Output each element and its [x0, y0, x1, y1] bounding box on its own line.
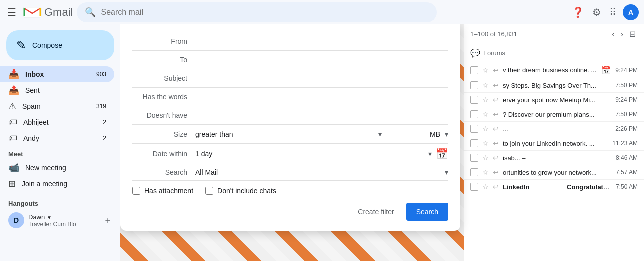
email-checkbox[interactable] [470, 125, 478, 133]
star-icon[interactable]: ☆ [482, 110, 489, 118]
has-attachment-checkbox[interactable] [132, 187, 140, 195]
date-calendar-icon[interactable]: 📅 [436, 148, 448, 160]
email-checkbox[interactable] [470, 168, 478, 176]
email-time: 8:46 AM [616, 154, 638, 161]
has-attachment-text: Has attachment [144, 187, 193, 195]
email-time: 11:23 AM [612, 140, 638, 147]
compose-button[interactable]: ✎ Compose [6, 30, 114, 60]
table-row[interactable]: ☆ ↩ LinkedIn Congratulate Jitendra Vaswa… [464, 180, 644, 194]
has-words-input[interactable] [195, 92, 448, 102]
doesnt-have-input[interactable] [195, 110, 448, 120]
forward-icon: ↩ [493, 154, 499, 162]
star-icon[interactable]: ☆ [482, 183, 489, 191]
join-meeting-item[interactable]: ⊞ Join a meeting [0, 176, 120, 192]
date-within-row: Date within 1 day 3 days 1 week 2 weeks … [132, 144, 448, 164]
sidebar-item-sent[interactable]: 📤 Sent [0, 82, 114, 98]
topbar: ☰ Gmail 🔍 ❓ ⚙ ⠿ A [0, 0, 644, 24]
background-pattern: 1–100 of 16,831 ‹ › ⊟ 💬 Forums ☆ ↩ [120, 24, 644, 261]
size-unit-select[interactable]: MB KB GB [430, 130, 448, 138]
sidebar-item-andy[interactable]: 🏷 Andy 2 [0, 130, 114, 146]
to-input[interactable] [195, 55, 448, 65]
star-icon[interactable]: ☆ [482, 154, 489, 162]
join-meeting-label: Join a meeting [22, 180, 67, 188]
size-value-input[interactable] [386, 129, 426, 139]
forums-tab[interactable]: 💬 Forums [464, 44, 644, 62]
search-input[interactable] [101, 8, 429, 17]
star-icon[interactable]: ☆ [482, 81, 489, 89]
search-button[interactable]: Search [406, 203, 448, 221]
meet-section-header: Meet [0, 146, 120, 160]
from-row: From [132, 32, 448, 51]
size-operator-select[interactable]: greater than less than [195, 130, 382, 138]
email-checkbox[interactable] [470, 96, 478, 104]
sidebar-item-spam[interactable]: ⚠ Spam 319 [0, 98, 114, 114]
settings-icon[interactable]: ⚙ [590, 4, 603, 20]
star-icon[interactable]: ☆ [482, 96, 489, 104]
spam-icon: ⚠ [8, 101, 16, 112]
hangout-dropdown-icon: ▼ [47, 215, 52, 220]
new-meeting-item[interactable]: 📹 New meeting [0, 160, 120, 176]
star-icon[interactable]: ☆ [482, 125, 489, 133]
email-subject: Congratulate Jitendra Vaswani & CEO at..… [567, 183, 612, 191]
email-time: 7:50 AM [616, 183, 638, 190]
prev-page-button[interactable]: ‹ [610, 29, 616, 40]
table-row[interactable]: ☆ ↩ erve your spot now Meetup Mi... 9:24… [464, 93, 644, 107]
to-row: To [132, 51, 448, 69]
hangout-name-text: Dawn [28, 213, 45, 221]
andy-count: 2 [103, 135, 106, 142]
email-list-header: 1–100 of 16,831 ‹ › ⊟ [464, 24, 644, 44]
search-in-row: Search All Mail Inbox Sent Spam Trash ▾ [132, 164, 448, 181]
table-row[interactable]: ☆ ↩ sy Steps. Big Savings Over Th... 7:5… [464, 78, 644, 93]
table-row[interactable]: ☆ ↩ isab... – 8:46 AM [464, 151, 644, 165]
sidebar-item-inbox[interactable]: 📥 Inbox 903 [0, 66, 114, 82]
subject-label: Subject [132, 74, 187, 82]
create-filter-button[interactable]: Create filter [352, 204, 400, 220]
avatar[interactable]: A [623, 4, 639, 20]
from-input[interactable] [195, 36, 448, 46]
content-area: 1–100 of 16,831 ‹ › ⊟ 💬 Forums ☆ ↩ [120, 24, 644, 261]
forward-icon: ↩ [493, 125, 499, 133]
email-checkbox[interactable] [470, 81, 478, 89]
search-in-select[interactable]: All Mail Inbox Sent Spam Trash [195, 168, 448, 176]
email-checkbox[interactable] [470, 139, 478, 147]
email-checkbox[interactable] [470, 66, 478, 74]
email-time: 7:50 PM [615, 111, 638, 118]
compose-label: Compose [32, 41, 62, 49]
label-icon-abhijeet: 🏷 [8, 117, 17, 128]
table-row[interactable]: ☆ ↩ ortunities to grow your network... 7… [464, 165, 644, 180]
help-icon[interactable]: ❓ [570, 4, 586, 20]
table-row[interactable]: ☆ ↩ ... 2:26 PM [464, 122, 644, 136]
email-checkbox[interactable] [470, 110, 478, 118]
dialog-actions: Create filter Search [132, 197, 448, 221]
table-row[interactable]: ☆ ↩ ? Discover our premium plans... 7:50… [464, 107, 644, 122]
star-icon[interactable]: ☆ [482, 139, 489, 147]
email-subject: isab... – [503, 154, 612, 162]
search-bar[interactable]: 🔍 [77, 2, 437, 22]
email-subject: ? Discover our premium plans... [503, 111, 611, 118]
table-row[interactable]: ☆ ↩ v their dream business online. ... 📅… [464, 62, 644, 78]
google-m-logo [22, 5, 42, 19]
email-checkbox[interactable] [470, 154, 478, 162]
hamburger-icon[interactable]: ☰ [5, 4, 18, 20]
hangout-contact[interactable]: D Dawn ▼ Traveller Cum Blo ＋ [0, 209, 120, 231]
grid-view-button[interactable]: ⊟ [627, 28, 638, 40]
search-in-label: Search [132, 168, 187, 176]
email-checkbox[interactable] [470, 183, 478, 191]
apps-icon[interactable]: ⠿ [607, 4, 619, 20]
subject-input[interactable] [195, 73, 448, 83]
next-page-button[interactable]: › [619, 29, 625, 40]
label-icon-andy: 🏷 [8, 133, 17, 144]
dont-include-chats-checkbox[interactable] [205, 187, 213, 195]
forward-icon: ↩ [493, 81, 499, 89]
sidebar: ✎ Compose 📥 Inbox 903 📤 Sent ⚠ Spam 319 … [0, 24, 120, 261]
star-icon[interactable]: ☆ [482, 168, 489, 176]
has-attachment-label[interactable]: Has attachment [132, 187, 193, 195]
date-within-select[interactable]: 1 day 3 days 1 week 2 weeks 1 month 2 mo… [195, 150, 432, 158]
add-hangout-icon[interactable]: ＋ [103, 214, 112, 226]
table-row[interactable]: ☆ ↩ to join your LinkedIn network. ... 1… [464, 136, 644, 151]
star-icon[interactable]: ☆ [482, 66, 489, 74]
email-subject: erve your spot now Meetup Mi... [503, 96, 611, 104]
email-subject: to join your LinkedIn network. ... [503, 140, 608, 147]
dont-include-chats-label[interactable]: Don't include chats [205, 187, 276, 195]
sidebar-item-abhijeet[interactable]: 🏷 Abhijeet 2 [0, 114, 114, 130]
